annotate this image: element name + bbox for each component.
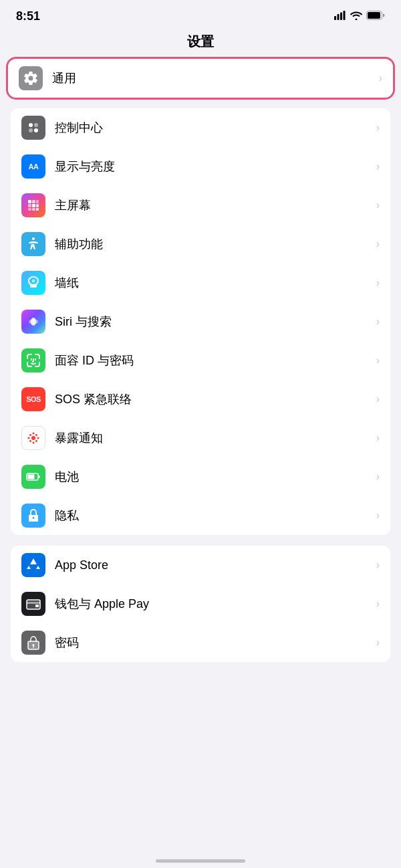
settings-item-faceid[interactable]: 面容 ID 与密码 › bbox=[11, 341, 390, 380]
wallpaper-label: 墙纸 bbox=[55, 275, 372, 291]
settings-item-accessibility[interactable]: 辅助功能 › bbox=[11, 225, 390, 263]
svg-rect-14 bbox=[32, 204, 35, 207]
exposure-label: 暴露通知 bbox=[55, 430, 372, 446]
wallet-icon bbox=[21, 592, 45, 616]
settings-item-general[interactable]: 通用 › bbox=[8, 59, 393, 98]
svg-point-30 bbox=[29, 440, 31, 442]
homescreen-label: 主屏幕 bbox=[55, 197, 372, 213]
privacy-chevron: › bbox=[376, 510, 380, 522]
svg-rect-1 bbox=[338, 14, 340, 20]
homescreen-icon bbox=[21, 193, 45, 217]
svg-rect-15 bbox=[36, 204, 39, 207]
settings-item-appstore[interactable]: App Store › bbox=[11, 546, 390, 584]
page-title-bar: 设置 bbox=[0, 30, 401, 59]
svg-point-23 bbox=[31, 436, 35, 440]
settings-item-homescreen[interactable]: 主屏幕 › bbox=[11, 186, 390, 225]
svg-rect-33 bbox=[28, 475, 35, 479]
general-chevron: › bbox=[379, 72, 382, 84]
settings-item-privacy[interactable]: 隐私 › bbox=[11, 496, 390, 535]
settings-item-exposure[interactable]: 暴露通知 › bbox=[11, 419, 390, 457]
svg-rect-2 bbox=[340, 12, 342, 20]
sos-label: SOS 紧急联络 bbox=[55, 391, 372, 407]
svg-rect-13 bbox=[28, 204, 31, 207]
svg-point-26 bbox=[28, 437, 30, 439]
privacy-label: 隐私 bbox=[55, 508, 372, 524]
page-title: 设置 bbox=[187, 34, 214, 49]
siri-chevron: › bbox=[376, 316, 380, 328]
wallet-chevron: › bbox=[376, 598, 380, 610]
general-icon bbox=[19, 66, 43, 90]
battery-icon bbox=[21, 465, 45, 489]
apps-settings-list: App Store › 钱包与 Apple Pay › 密码 › bbox=[11, 546, 390, 662]
svg-point-24 bbox=[33, 433, 35, 435]
settings-item-battery[interactable]: 电池 › bbox=[11, 457, 390, 496]
accessibility-icon bbox=[21, 232, 45, 256]
settings-item-display[interactable]: AA 显示与亮度 › bbox=[11, 147, 390, 186]
sos-icon: SOS bbox=[21, 387, 45, 411]
status-time: 8:51 bbox=[16, 9, 40, 23]
svg-rect-35 bbox=[27, 602, 40, 604]
wifi-icon bbox=[350, 11, 362, 23]
svg-rect-17 bbox=[32, 208, 35, 211]
highlighted-section: 通用 › bbox=[8, 59, 393, 98]
svg-rect-3 bbox=[344, 11, 346, 20]
exposure-icon bbox=[21, 426, 45, 450]
sos-chevron: › bbox=[376, 393, 380, 405]
svg-rect-12 bbox=[36, 200, 39, 203]
home-indicator bbox=[156, 859, 245, 863]
svg-rect-5 bbox=[368, 12, 380, 19]
svg-point-25 bbox=[33, 442, 35, 444]
control-center-icon bbox=[21, 116, 45, 140]
battery-icon bbox=[366, 11, 385, 23]
settings-item-password[interactable]: 密码 › bbox=[11, 623, 390, 662]
homescreen-chevron: › bbox=[376, 199, 380, 211]
faceid-icon bbox=[21, 348, 45, 372]
svg-point-7 bbox=[34, 123, 38, 127]
svg-point-28 bbox=[29, 434, 31, 436]
svg-rect-0 bbox=[334, 16, 336, 20]
password-label: 密码 bbox=[55, 635, 372, 651]
settings-item-control-center[interactable]: 控制中心 › bbox=[11, 108, 390, 147]
control-center-chevron: › bbox=[376, 122, 380, 134]
accessibility-label: 辅助功能 bbox=[55, 236, 372, 252]
status-bar: 8:51 bbox=[0, 0, 401, 30]
svg-rect-18 bbox=[36, 208, 39, 211]
password-icon bbox=[21, 631, 45, 655]
svg-rect-10 bbox=[28, 200, 31, 203]
svg-point-22 bbox=[29, 319, 38, 324]
svg-point-6 bbox=[29, 123, 33, 127]
battery-label: 电池 bbox=[55, 469, 372, 485]
wallpaper-chevron: › bbox=[376, 277, 380, 289]
settings-item-wallpaper[interactable]: 墙纸 › bbox=[11, 263, 390, 302]
svg-point-29 bbox=[35, 440, 37, 442]
appstore-icon bbox=[21, 553, 45, 577]
svg-point-19 bbox=[32, 237, 35, 240]
appstore-label: App Store bbox=[55, 558, 372, 572]
display-chevron: › bbox=[376, 160, 380, 173]
general-label: 通用 bbox=[52, 70, 375, 86]
accessibility-chevron: › bbox=[376, 238, 380, 250]
settings-item-sos[interactable]: SOS SOS 紧急联络 › bbox=[11, 380, 390, 419]
display-icon: AA bbox=[21, 154, 45, 179]
main-settings-list: 控制中心 › AA 显示与亮度 › 主屏幕 › bbox=[11, 108, 390, 535]
svg-point-31 bbox=[35, 434, 37, 436]
status-icons bbox=[334, 11, 385, 23]
svg-rect-16 bbox=[28, 208, 31, 211]
siri-label: Siri 与搜索 bbox=[55, 314, 372, 330]
control-center-label: 控制中心 bbox=[55, 120, 372, 136]
siri-icon bbox=[21, 310, 45, 334]
wallpaper-icon bbox=[21, 271, 45, 295]
settings-item-wallet[interactable]: 钱包与 Apple Pay › bbox=[11, 584, 390, 623]
wallet-label: 钱包与 Apple Pay bbox=[55, 596, 372, 612]
password-chevron: › bbox=[376, 637, 380, 649]
signal-icon bbox=[334, 11, 346, 23]
svg-point-9 bbox=[34, 128, 38, 132]
battery-chevron: › bbox=[376, 471, 380, 483]
svg-rect-39 bbox=[33, 646, 34, 648]
svg-point-27 bbox=[37, 437, 39, 439]
privacy-icon bbox=[21, 504, 45, 528]
display-label: 显示与亮度 bbox=[55, 158, 372, 175]
settings-item-siri[interactable]: Siri 与搜索 › bbox=[11, 302, 390, 341]
svg-rect-36 bbox=[35, 605, 39, 607]
svg-point-20 bbox=[32, 280, 35, 283]
